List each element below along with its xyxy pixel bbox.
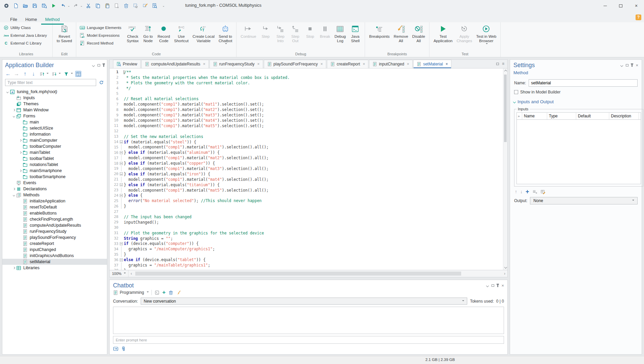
menu-tab-home[interactable]: Home [21,15,41,25]
ribbon-button-go-to-node[interactable]: Go to Node [141,24,156,44]
inputs-and-output-section-header[interactable]: Inputs and Output [510,94,642,104]
tree-item-toolbarsmartphone[interactable]: toolbarSmartphone [2,174,107,180]
tree-item-information[interactable]: information [2,131,107,137]
ribbon-button-continue[interactable]: Continue [239,24,258,39]
delete-input-icon[interactable] [532,189,537,194]
pin-panel-icon[interactable] [103,64,104,67]
expander-icon[interactable] [18,170,23,172]
tree-item-methods[interactable]: Methods [2,192,107,198]
code-line[interactable]: 12 [110,129,503,134]
code-line[interactable]: 17 model.component("comp1").material("ma… [110,155,503,161]
fold-toggle-icon[interactable] [120,151,123,154]
ribbon-button-check-syntax[interactable]: [ABC]Check Syntax [125,24,141,44]
ribbon-button-create-local-variable[interactable]: a=TCreate Local Variable [191,24,217,44]
insert-code-icon[interactable] [155,290,160,295]
ribbon-button-remove-all[interactable]: Remove All [392,24,410,44]
tree-item-computeandupdateresults[interactable]: computeAndUpdateResults [2,222,107,228]
move-input-down-icon[interactable]: ↓ [520,189,523,194]
code-line[interactable]: 29inputChanged(); [110,220,503,225]
comsol-logo-icon[interactable] [3,2,10,9]
code-line[interactable]: 38} [110,268,503,270]
code-line[interactable]: 32String graphics = ""; [110,236,503,241]
paste-icon[interactable] [104,2,111,9]
ribbon-button-apply-changes[interactable]: Apply Changes [454,24,474,44]
code-line[interactable]: 31// Plot the geometry in the graphics f… [110,230,503,236]
tree-item-setmaterial[interactable]: setMaterial [2,259,107,265]
editor-tab-runfrequencystudy[interactable]: runFrequencyStudy× [209,60,263,68]
fold-toggle-icon[interactable] [120,258,123,261]
tree-item-enablebuttons[interactable]: enableButtons [2,210,107,216]
code-line[interactable]: 16} else if (material.equals("aluminum")… [110,150,503,155]
fold-toggle-icon[interactable] [120,194,123,197]
tree-item-initializeapplication[interactable]: initializeApplication [2,198,107,204]
tree-item-declarations[interactable]: Declarations [2,186,107,192]
code-line[interactable]: 35} [110,252,503,257]
tree-item-notationstablet[interactable]: notationsTablet [2,162,107,168]
tree-item-events[interactable]: Events [2,180,107,186]
code-line[interactable]: 19 model.component("comp1").material("ma… [110,166,503,171]
tree-item-maintablet[interactable]: mainTablet [2,149,107,156]
chat-prompt-input[interactable] [113,338,504,342]
menu-tab-file[interactable]: File [6,15,21,25]
close-button[interactable]: × [628,0,644,11]
code-line[interactable]: 9model.component("comp1").material("mat3… [110,112,503,118]
method-name-input[interactable] [529,79,638,87]
highlight-selection-icon[interactable] [141,2,149,9]
customize-toolbar-icon[interactable]: ⌄ [162,4,165,7]
conversation-dropdown[interactable]: New conversation [141,298,467,305]
ribbon-button-revert-to-saved[interactable]: Revert to Saved [55,24,74,44]
filter-icon[interactable] [63,71,69,77]
ribbon-button-record-method[interactable]: Record Method [78,39,122,47]
code-line[interactable]: 33if (device.equals("computer")) { [110,241,503,247]
new-conversation-icon[interactable]: + [162,290,166,295]
ribbon-button-step-out[interactable]: Step Out [288,24,303,44]
tree-item-mainsmartphone[interactable]: mainSmartphone [2,168,107,174]
ribbon-button-break[interactable]: Break [317,24,332,39]
editor-menu-icon[interactable]: ≡ [502,61,504,66]
ribbon-button-breakpoints[interactable]: Breakpoints [367,24,392,39]
ribbon-button-test-application[interactable]: Test Application [431,24,454,44]
fold-toggle-icon[interactable] [120,162,123,165]
tree-item-toolbarcomputer[interactable]: toolbarComputer [2,143,107,149]
send-prompt-icon[interactable] [113,346,118,352]
code-line[interactable]: 24} else { [110,193,503,198]
run-application-icon[interactable] [50,2,57,9]
show-in-model-builder-checkbox[interactable] [514,90,518,94]
cut-icon[interactable] [85,2,92,9]
redo-dropdown-icon[interactable]: ⌄ [80,4,83,7]
help-button[interactable]: ? [636,15,641,20]
tree-item-inputs[interactable]: Inputs [2,95,107,101]
zoom-level-control[interactable]: 100% [110,270,129,277]
minimize-button[interactable] [597,0,613,11]
ribbon-button-external-java-library[interactable]: JavaExternal Java Library [2,32,48,39]
code-line[interactable]: 21 model.component("comp1").material("ma… [110,177,503,182]
show-all-toggle-icon[interactable] [75,71,81,77]
ribbon-button-language-elements[interactable]: ABCLanguage Elements [78,24,122,31]
tree-item-main[interactable]: main [2,119,107,125]
inputs-table-body[interactable] [517,120,641,184]
vertical-scrollbar[interactable] [503,68,507,270]
undo-icon[interactable] [59,2,67,9]
close-tab-icon[interactable]: × [446,62,448,66]
maximize-button[interactable] [613,0,628,11]
horizontal-scrollbar[interactable]: ‹ › [129,270,507,277]
duplicate-icon[interactable] [113,2,120,9]
save-as-icon[interactable] [40,2,48,9]
move-down-icon[interactable]: ↓ [30,71,36,77]
editor-tab-computeandupdateresults[interactable]: computeAndUpdateResults× [141,60,209,68]
delete-icon[interactable] [122,2,130,9]
close-tab-icon[interactable]: × [407,62,409,66]
float-editor-icon[interactable] [496,63,499,65]
tree-item-createreport[interactable]: createReport [2,241,107,247]
editor-tab-playsoundforfrequency[interactable]: playSoundForFrequency× [264,60,326,68]
ribbon-button-step-into[interactable]: Step Into [273,24,288,44]
code-line[interactable]: 27 [110,209,503,214]
undo-dropdown-icon[interactable]: ⌄ [67,4,70,7]
code-line[interactable]: 22} else if (material.equals("titanium")… [110,182,503,188]
close-tab-icon[interactable]: × [320,62,323,66]
code-line[interactable]: 7model.component("comp1").material("mat1… [110,102,503,107]
code-line[interactable]: 3 * Plots the geometry with the current … [110,80,503,86]
move-up-icon[interactable]: ↑ [22,71,28,77]
tree-item-themes[interactable]: Themes [2,101,107,107]
tree-item-toolbartablet[interactable]: toolbarTablet [2,156,107,162]
